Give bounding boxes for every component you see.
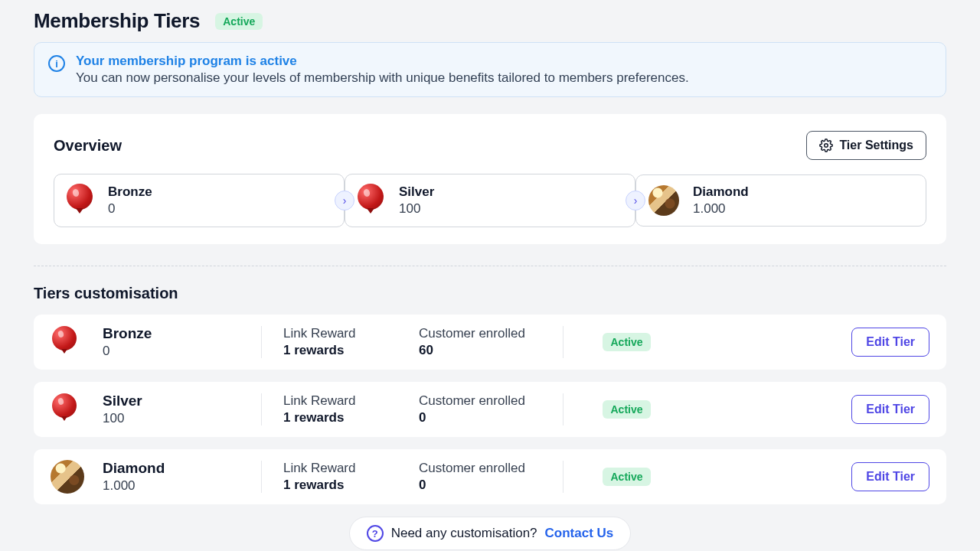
link-reward-label: Link Reward <box>283 461 356 476</box>
link-reward-label: Link Reward <box>283 393 356 409</box>
overview-tier-diamond[interactable]: Diamond 1.000 <box>635 174 926 227</box>
page-title: Membership Tiers <box>34 9 200 33</box>
enrolled-label: Customer enrolled <box>419 461 525 476</box>
tier-row-silver: Silver 100 Link Reward 1 rewards Custome… <box>34 382 946 437</box>
help-text: Need any customisation? <box>391 526 537 541</box>
help-pill: ? Need any customisation? Contact Us <box>349 517 632 550</box>
chevron-right-icon: › <box>335 191 354 210</box>
enrolled-value: 60 <box>419 343 433 358</box>
tier-threshold: 100 <box>103 411 124 426</box>
balloon-icon <box>358 184 385 217</box>
question-icon: ? <box>367 525 384 542</box>
tier-name: Diamond <box>103 460 165 477</box>
gear-icon <box>819 139 833 152</box>
tier-settings-label: Tier Settings <box>839 139 913 152</box>
svg-point-0 <box>825 144 828 148</box>
edit-tier-button[interactable]: Edit Tier <box>851 395 929 424</box>
overview-tier-row: Bronze 0 › Silver 100 › Diamond 1.000 <box>54 174 926 227</box>
tier-threshold: 1.000 <box>103 478 136 494</box>
tier-name: Bronze <box>108 184 152 200</box>
status-badge: Active <box>603 333 650 351</box>
tier-row-bronze: Bronze 0 Link Reward 1 rewards Customer … <box>34 315 946 370</box>
info-banner: i Your membership program is active You … <box>34 42 946 97</box>
tier-threshold: 0 <box>108 201 152 217</box>
overview-tier-bronze[interactable]: Bronze 0 <box>54 174 345 227</box>
enrolled-value: 0 <box>419 410 426 425</box>
tier-threshold: 100 <box>399 201 434 217</box>
link-reward-label: Link Reward <box>283 326 356 341</box>
link-reward-value: 1 rewards <box>283 478 344 493</box>
tier-threshold: 0 <box>103 344 109 359</box>
tier-name: Diamond <box>693 184 749 200</box>
overview-tier-silver[interactable]: Silver 100 <box>345 174 635 227</box>
tier-name: Silver <box>103 393 142 409</box>
diamond-image-icon <box>648 185 679 216</box>
banner-title: Your membership program is active <box>76 54 689 69</box>
section-divider <box>34 266 946 266</box>
overview-title: Overview <box>54 137 122 155</box>
link-reward-value: 1 rewards <box>283 410 344 425</box>
tier-row-diamond: Diamond 1.000 Link Reward 1 rewards Cust… <box>34 449 946 504</box>
balloon-icon <box>67 184 94 217</box>
enrolled-label: Customer enrolled <box>419 326 525 341</box>
balloon-icon <box>52 393 78 425</box>
contact-us-link[interactable]: Contact Us <box>545 526 614 541</box>
info-icon: i <box>48 55 65 72</box>
customisation-title: Tiers customisation <box>34 285 946 302</box>
tier-name: Bronze <box>103 325 152 342</box>
status-badge: Active <box>215 13 263 30</box>
enrolled-label: Customer enrolled <box>419 393 525 409</box>
tier-settings-button[interactable]: Tier Settings <box>806 131 926 160</box>
balloon-icon <box>52 326 78 358</box>
page-header: Membership Tiers Active <box>34 0 946 42</box>
tier-name: Silver <box>399 184 434 200</box>
tier-threshold: 1.000 <box>693 201 749 217</box>
edit-tier-button[interactable]: Edit Tier <box>851 462 929 491</box>
overview-card: Overview Tier Settings Bronze 0 › <box>34 114 946 244</box>
diamond-image-icon <box>51 460 84 494</box>
status-badge: Active <box>603 468 650 486</box>
edit-tier-button[interactable]: Edit Tier <box>851 328 929 357</box>
status-badge: Active <box>603 400 650 419</box>
enrolled-value: 0 <box>419 478 426 493</box>
link-reward-value: 1 rewards <box>283 343 344 358</box>
banner-body: You can now personalise your levels of m… <box>76 70 689 86</box>
chevron-right-icon: › <box>626 191 645 210</box>
